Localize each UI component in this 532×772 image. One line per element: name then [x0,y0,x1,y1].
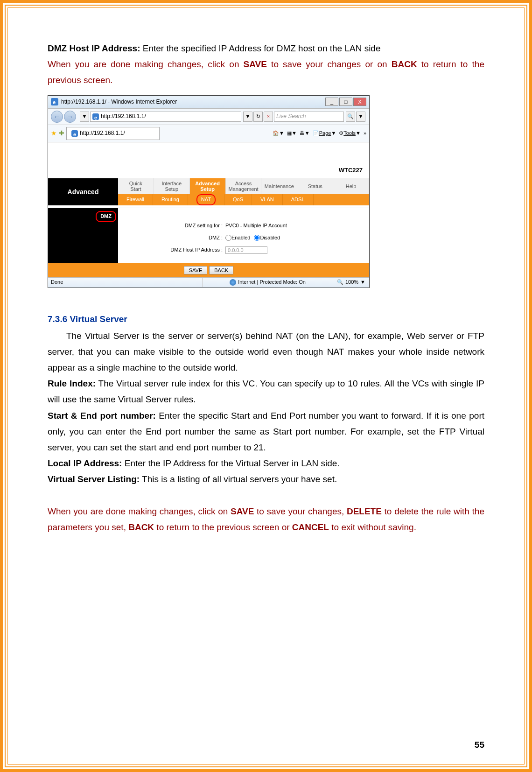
stop-button[interactable]: × [264,112,273,122]
status-zoom[interactable]: 🔍 100% ▼ [333,278,369,287]
local-ip-para: Local IP Address: Enter the IP Address f… [48,456,484,471]
nav-bar: ← → ▼ http://192.168.1.1/ ▼ ↻ × Live Sea… [48,108,369,125]
url-text: http://192.168.1.1/ [101,112,146,122]
search-dropdown[interactable]: ▼ [356,112,365,122]
router-section-title: Advanced [48,178,118,205]
subtab-nat[interactable]: NAT [188,194,224,205]
search-button[interactable]: 🔍 [346,112,355,122]
browser-tab[interactable]: http://192.168.1.1/ [66,127,160,140]
save-word: SAVE [244,59,267,69]
virtual-server-para: The Virtual Server is the server or serv… [48,328,484,376]
favorites-icon[interactable]: ★ [51,127,57,139]
page-menu[interactable]: 📄 Page ▼ [313,129,336,138]
final-instruction-para: When you are done making changes, click … [48,504,484,535]
minimize-button[interactable]: _ [325,98,338,106]
dmz-setting-for-value: PVC0 - Multiple IP Account [225,221,287,231]
save-back-instruction: When you are done making changes, click … [48,56,484,88]
tab-label: http://192.168.1.1/ [80,128,125,139]
subtab-qos[interactable]: QoS [224,194,252,205]
rule-index-para: Rule Index: The Virtual server rule inde… [48,376,484,407]
forward-nav-button[interactable]: → [64,111,76,123]
home-icon[interactable]: 🏠 ▼ [273,129,284,138]
dmz-host-ip-text: Enter the specified IP Address for DMZ h… [140,43,380,53]
toolbar-overflow[interactable]: » [364,129,366,138]
dmz-radio-label: DMZ : [123,233,225,243]
dmz-settings: DMZ setting for : PVC0 - Multiple IP Acc… [118,208,369,263]
tab-bar: ★ ✚ http://192.168.1.1/ 🏠 ▼ ▦ ▼ 🖶 ▼ 📄 Pa… [48,125,369,142]
back-nav-button[interactable]: ← [51,111,63,123]
ie-icon [51,98,58,105]
tab-maintenance[interactable]: Maintenance [261,178,297,194]
address-bar[interactable]: http://192.168.1.1/ [90,112,241,122]
sub-tabs: Firewall Routing NAT QoS VLAN ADSL [118,194,369,205]
page-icon [92,113,99,120]
tab-tools: 🏠 ▼ ▦ ▼ 🖶 ▼ 📄 Page ▼ ⚙ Tools ▼ » [273,129,366,138]
router-brand: WTC227 [48,165,369,178]
back-word: BACK [392,59,417,69]
router-page: WTC227 Advanced Quick Start Interface Se… [48,142,369,277]
status-mode: Internet | Protected Mode: On [202,278,333,287]
subtab-vlan[interactable]: VLAN [252,194,283,205]
close-button[interactable]: X [353,98,366,106]
dmz-sidebar: DMZ [48,208,118,263]
dmz-host-ip-input[interactable] [225,246,267,254]
dmz-setting-for-label: DMZ setting for : [123,221,225,231]
nav-dropdown[interactable]: ▼ [80,112,89,122]
subtab-firewall[interactable]: Firewall [118,194,153,205]
subtab-adsl[interactable]: ADSL [283,194,314,205]
back-button[interactable]: BACK [209,266,233,274]
tab-page-icon [71,130,78,137]
button-row: SAVE BACK [48,263,369,277]
vs-listing-label: Virtual Server Listing: [48,474,140,484]
dmz-sidebar-label: DMZ [96,211,116,222]
tab-quick-start[interactable]: Quick Start [118,178,154,194]
globe-icon [230,279,236,286]
section-heading: 7.3.6 Virtual Server [48,311,484,327]
status-done: Done [48,278,165,287]
dmz-host-ip-label: DMZ Host IP Address: [48,43,140,53]
vs-listing-text: This is a listing of all virtual servers… [140,474,337,484]
local-ip-text: Enter the IP Address for the Virtual Ser… [122,458,339,468]
search-placeholder: Live Search [276,112,306,122]
rule-index-text: The Virtual server rule index for this V… [48,379,484,404]
refresh-button[interactable]: ↻ [253,112,263,122]
vs-listing-para: Virtual Server Listing: This is a listin… [48,471,484,487]
addr-dropdown[interactable]: ▼ [243,112,252,122]
status-bar: Done Internet | Protected Mode: On 🔍 100… [48,277,369,288]
page-number: 55 [475,740,484,750]
dmz-disabled-text: Disabled [260,233,280,243]
rule-index-label: Rule Index: [48,379,96,388]
ie-screenshot: http://192.168.1.1/ - Windows Internet E… [48,95,370,288]
dmz-enabled-radio[interactable] [225,235,231,241]
local-ip-label: Local IP Address: [48,458,122,468]
save-button[interactable]: SAVE [184,266,208,274]
tools-menu[interactable]: ⚙ Tools ▼ [339,129,361,138]
tab-access-management[interactable]: Access Management [226,178,262,194]
dmz-host-ip-para: DMZ Host IP Address: Enter the specified… [48,41,484,56]
search-bar[interactable]: Live Search [274,112,344,122]
port-number-label: Start & End port number: [48,411,156,421]
dmz-disabled-radio[interactable] [254,235,260,241]
port-number-para: Start & End port number: Enter the speci… [48,408,484,456]
tab-advanced-setup[interactable]: Advanced Setup [190,178,226,194]
tab-interface-setup[interactable]: Interface Setup [154,178,190,194]
dmz-host-ip-field-label: DMZ Host IP Address : [123,246,225,255]
print-icon[interactable]: 🖶 ▼ [300,129,310,138]
feed-icon[interactable]: ▦ ▼ [287,129,297,138]
tab-status[interactable]: Status [297,178,333,194]
dmz-enabled-text: Enabled [231,233,250,243]
window-title: http://192.168.1.1/ - Windows Internet E… [61,97,177,107]
window-titlebar: http://192.168.1.1/ - Windows Internet E… [48,96,369,109]
add-favorites-icon[interactable]: ✚ [59,127,64,139]
maximize-button[interactable]: □ [339,98,352,106]
main-tabs: Quick Start Interface Setup Advanced Set… [118,178,369,194]
tab-help[interactable]: Help [333,178,369,194]
subtab-routing[interactable]: Routing [153,194,188,205]
